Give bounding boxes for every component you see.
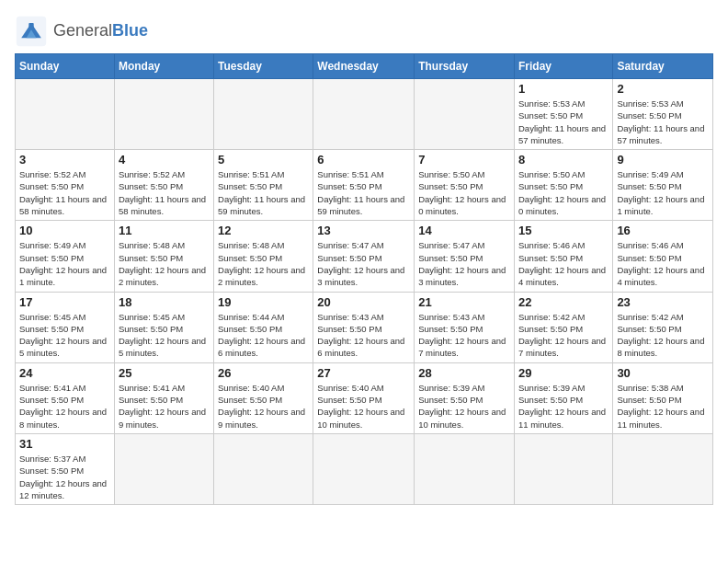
day-number: 20	[317, 295, 410, 309]
day-number: 11	[119, 224, 210, 237]
calendar-cell: 7Sunrise: 5:50 AM Sunset: 5:50 PM Daylig…	[415, 150, 515, 221]
calendar-cell: 22Sunrise: 5:42 AM Sunset: 5:50 PM Dayli…	[514, 292, 612, 362]
day-info: Sunrise: 5:39 AM Sunset: 5:50 PM Dayligh…	[518, 382, 609, 431]
day-info: Sunrise: 5:39 AM Sunset: 5:50 PM Dayligh…	[418, 382, 510, 431]
calendar-week-row: 10Sunrise: 5:49 AM Sunset: 5:50 PM Dayli…	[16, 221, 713, 292]
day-number: 30	[617, 366, 709, 380]
calendar-cell: 18Sunrise: 5:45 AM Sunset: 5:50 PM Dayli…	[114, 292, 213, 362]
calendar-cell: 23Sunrise: 5:42 AM Sunset: 5:50 PM Dayli…	[613, 292, 713, 362]
weekday-header-sunday: Sunday	[16, 54, 115, 79]
day-number: 9	[617, 153, 709, 167]
day-info: Sunrise: 5:43 AM Sunset: 5:50 PM Dayligh…	[418, 311, 510, 360]
calendar-cell: 30Sunrise: 5:38 AM Sunset: 5:50 PM Dayli…	[613, 362, 713, 433]
calendar-cell: 24Sunrise: 5:41 AM Sunset: 5:50 PM Dayli…	[16, 362, 115, 433]
calendar-cell: 26Sunrise: 5:40 AM Sunset: 5:50 PM Dayli…	[214, 362, 313, 433]
day-number: 21	[418, 295, 510, 309]
day-number: 10	[19, 224, 110, 237]
day-info: Sunrise: 5:37 AM Sunset: 5:50 PM Dayligh…	[19, 453, 110, 501]
day-info: Sunrise: 5:50 AM Sunset: 5:50 PM Dayligh…	[418, 168, 510, 217]
day-info: Sunrise: 5:45 AM Sunset: 5:50 PM Dayligh…	[119, 311, 210, 360]
calendar-body: 1Sunrise: 5:53 AM Sunset: 5:50 PM Daylig…	[16, 79, 713, 505]
calendar-cell: 14Sunrise: 5:47 AM Sunset: 5:50 PM Dayli…	[415, 221, 515, 292]
calendar-cell: 29Sunrise: 5:39 AM Sunset: 5:50 PM Dayli…	[514, 362, 612, 433]
calendar-cell: 4Sunrise: 5:52 AM Sunset: 5:50 PM Daylig…	[114, 150, 213, 221]
day-info: Sunrise: 5:51 AM Sunset: 5:50 PM Dayligh…	[218, 168, 309, 217]
calendar-cell: 25Sunrise: 5:41 AM Sunset: 5:50 PM Dayli…	[114, 362, 213, 433]
calendar-cell	[613, 433, 713, 504]
calendar-cell	[214, 79, 313, 150]
calendar-cell: 15Sunrise: 5:46 AM Sunset: 5:50 PM Dayli…	[514, 221, 612, 292]
calendar-cell	[114, 79, 213, 150]
day-number: 29	[518, 366, 609, 380]
day-info: Sunrise: 5:47 AM Sunset: 5:50 PM Dayligh…	[317, 239, 410, 288]
weekday-header-thursday: Thursday	[415, 54, 515, 79]
calendar-week-row: 24Sunrise: 5:41 AM Sunset: 5:50 PM Dayli…	[16, 362, 713, 433]
day-number: 24	[19, 366, 110, 380]
day-info: Sunrise: 5:43 AM Sunset: 5:50 PM Dayligh…	[317, 311, 410, 360]
calendar-cell: 27Sunrise: 5:40 AM Sunset: 5:50 PM Dayli…	[313, 362, 415, 433]
calendar-week-row: 17Sunrise: 5:45 AM Sunset: 5:50 PM Dayli…	[16, 292, 713, 362]
day-info: Sunrise: 5:49 AM Sunset: 5:50 PM Dayligh…	[19, 239, 110, 288]
weekday-header-saturday: Saturday	[613, 54, 713, 79]
day-number: 14	[418, 224, 510, 237]
day-info: Sunrise: 5:53 AM Sunset: 5:50 PM Dayligh…	[617, 98, 709, 146]
calendar-cell	[313, 79, 415, 150]
day-info: Sunrise: 5:42 AM Sunset: 5:50 PM Dayligh…	[518, 311, 609, 360]
day-number: 7	[418, 153, 510, 167]
logo-text: GeneralBlue	[53, 22, 148, 40]
calendar-cell	[16, 79, 115, 150]
day-number: 5	[218, 153, 309, 167]
day-number: 28	[418, 366, 510, 380]
calendar-cell: 10Sunrise: 5:49 AM Sunset: 5:50 PM Dayli…	[16, 221, 115, 292]
calendar-cell: 2Sunrise: 5:53 AM Sunset: 5:50 PM Daylig…	[613, 79, 713, 150]
day-number: 3	[19, 153, 110, 167]
calendar-week-row: 31Sunrise: 5:37 AM Sunset: 5:50 PM Dayli…	[16, 433, 713, 504]
calendar-cell: 17Sunrise: 5:45 AM Sunset: 5:50 PM Dayli…	[16, 292, 115, 362]
weekday-header-monday: Monday	[114, 54, 213, 79]
day-number: 23	[617, 295, 709, 309]
day-number: 25	[119, 366, 210, 380]
calendar-cell: 28Sunrise: 5:39 AM Sunset: 5:50 PM Dayli…	[415, 362, 515, 433]
day-info: Sunrise: 5:42 AM Sunset: 5:50 PM Dayligh…	[617, 311, 709, 360]
calendar-cell	[313, 433, 415, 504]
calendar-cell: 19Sunrise: 5:44 AM Sunset: 5:50 PM Dayli…	[214, 292, 313, 362]
calendar-cell	[514, 433, 612, 504]
day-info: Sunrise: 5:53 AM Sunset: 5:50 PM Dayligh…	[518, 98, 609, 146]
calendar-header: SundayMondayTuesdayWednesdayThursdayFrid…	[16, 54, 713, 79]
weekday-header-tuesday: Tuesday	[214, 54, 313, 79]
calendar-cell	[415, 79, 515, 150]
day-number: 16	[617, 224, 709, 237]
day-info: Sunrise: 5:47 AM Sunset: 5:50 PM Dayligh…	[418, 239, 510, 288]
day-info: Sunrise: 5:52 AM Sunset: 5:50 PM Dayligh…	[19, 168, 110, 217]
day-number: 26	[218, 366, 309, 380]
day-number: 12	[218, 224, 309, 237]
calendar-cell: 3Sunrise: 5:52 AM Sunset: 5:50 PM Daylig…	[16, 150, 115, 221]
day-info: Sunrise: 5:51 AM Sunset: 5:50 PM Dayligh…	[317, 168, 410, 217]
day-number: 22	[518, 295, 609, 309]
day-info: Sunrise: 5:46 AM Sunset: 5:50 PM Dayligh…	[617, 239, 709, 288]
calendar-cell	[214, 433, 313, 504]
calendar-cell: 20Sunrise: 5:43 AM Sunset: 5:50 PM Dayli…	[313, 292, 415, 362]
calendar-week-row: 1Sunrise: 5:53 AM Sunset: 5:50 PM Daylig…	[16, 79, 713, 150]
calendar-cell: 8Sunrise: 5:50 AM Sunset: 5:50 PM Daylig…	[514, 150, 612, 221]
calendar-cell: 6Sunrise: 5:51 AM Sunset: 5:50 PM Daylig…	[313, 150, 415, 221]
day-number: 2	[617, 82, 709, 96]
day-number: 31	[19, 437, 110, 451]
day-info: Sunrise: 5:40 AM Sunset: 5:50 PM Dayligh…	[218, 382, 309, 431]
svg-rect-3	[28, 23, 33, 28]
day-number: 18	[119, 295, 210, 309]
day-number: 1	[518, 82, 609, 96]
day-info: Sunrise: 5:46 AM Sunset: 5:50 PM Dayligh…	[518, 239, 609, 288]
day-info: Sunrise: 5:45 AM Sunset: 5:50 PM Dayligh…	[19, 311, 110, 360]
header: GeneralBlue	[15, 15, 713, 48]
day-number: 13	[317, 224, 410, 237]
day-number: 19	[218, 295, 309, 309]
day-number: 27	[317, 366, 410, 380]
calendar-cell: 11Sunrise: 5:48 AM Sunset: 5:50 PM Dayli…	[114, 221, 213, 292]
logo: GeneralBlue	[15, 15, 148, 48]
day-number: 4	[119, 153, 210, 167]
day-info: Sunrise: 5:38 AM Sunset: 5:50 PM Dayligh…	[617, 382, 709, 431]
calendar-table: SundayMondayTuesdayWednesdayThursdayFrid…	[15, 53, 713, 505]
calendar-cell	[114, 433, 213, 504]
day-number: 6	[317, 153, 410, 167]
